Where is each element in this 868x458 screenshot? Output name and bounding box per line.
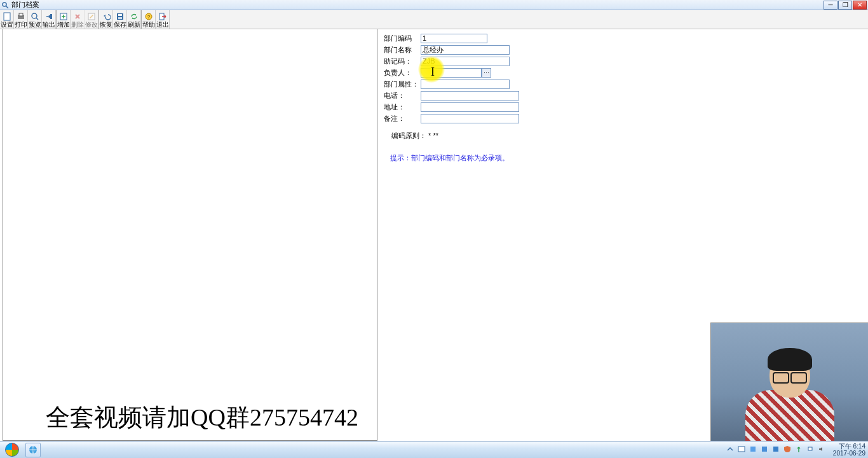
toolbar-undo-button[interactable]: 恢复: [99, 10, 113, 29]
webcam-overlay: [710, 323, 868, 441]
toolbar-label: 增加: [57, 21, 70, 28]
svg-rect-4: [19, 13, 23, 16]
close-button[interactable]: ✕: [853, 1, 867, 10]
watermark-text: 全套视频请加QQ群275754742: [46, 401, 358, 434]
toolbar-save-button[interactable]: 保存: [113, 10, 127, 29]
page-icon: [2, 12, 12, 21]
attribute-label: 部门属性：: [384, 80, 421, 89]
svg-rect-21: [808, 447, 812, 450]
title-bar: 部门档案 ─ ❐ ✕: [0, 0, 868, 10]
toolbar-label: 设置: [1, 21, 13, 28]
toolbar-label: 恢复: [100, 21, 112, 28]
hint-text: 提示：部门编码和部门名称为必录项。: [384, 153, 862, 163]
address-label: 地址：: [384, 102, 421, 112]
toolbar-zoom-button[interactable]: 预览: [28, 10, 42, 29]
toolbar-help-button[interactable]: ?帮助: [142, 10, 156, 29]
manager-input[interactable]: [421, 68, 482, 78]
mnemonic-label: 助记码：: [384, 57, 421, 66]
svg-point-5: [32, 13, 37, 18]
tray-app2-icon[interactable]: [761, 445, 770, 454]
toolbar-edit-button: 修改: [85, 10, 98, 29]
toolbar: 设置打印预览输出增加删除修改恢复保存刷新?帮助退出: [0, 10, 868, 29]
start-button[interactable]: [0, 441, 24, 459]
minimize-button[interactable]: ─: [824, 1, 837, 10]
svg-rect-20: [773, 447, 778, 452]
system-tray: 下午 6:14 2017-06-29: [726, 443, 868, 457]
toolbar-page-button[interactable]: 设置: [0, 10, 14, 29]
task-item-browser[interactable]: [25, 443, 41, 457]
toolbar-label: 退出: [156, 21, 169, 28]
mnemonic-input[interactable]: [421, 57, 510, 66]
svg-rect-12: [118, 17, 122, 19]
phone-label: 电话：: [384, 91, 421, 101]
toolbar-exit-button[interactable]: 退出: [156, 10, 170, 29]
remark-input[interactable]: [421, 114, 519, 123]
toolbar-label: 帮助: [142, 21, 155, 28]
tray-app1-icon[interactable]: [749, 445, 758, 454]
toolbar-label: 保存: [114, 21, 126, 28]
export-icon: [44, 12, 54, 21]
app-icon: [1, 1, 9, 9]
taskbar-clock[interactable]: 下午 6:14 2017-06-29: [833, 443, 865, 457]
tray-flag-icon[interactable]: [738, 445, 747, 454]
window-title: 部门档案: [11, 0, 39, 10]
address-input[interactable]: [421, 102, 519, 112]
save-icon: [115, 12, 125, 21]
toolbar-delete-button: 删除: [71, 10, 85, 29]
svg-rect-17: [738, 447, 745, 452]
add-icon: [58, 12, 69, 21]
toolbar-printer-button[interactable]: 打印: [14, 10, 28, 29]
toolbar-refresh-button[interactable]: 刷新: [127, 10, 141, 29]
edit-icon: [86, 12, 97, 21]
dept-code-input[interactable]: [421, 34, 487, 43]
dept-code-label: 部门编码: [384, 34, 421, 43]
tray-shield-icon[interactable]: [783, 445, 792, 454]
taskbar-date: 2017-06-29: [833, 450, 865, 457]
svg-rect-19: [762, 447, 767, 452]
tray-network-icon[interactable]: [806, 445, 815, 454]
help-icon: ?: [144, 12, 154, 21]
tray-up-icon[interactable]: [726, 445, 735, 454]
toolbar-label: 输出: [43, 21, 55, 28]
toolbar-label: 预览: [29, 21, 41, 28]
delete-icon: [72, 12, 83, 21]
svg-line-6: [36, 18, 38, 20]
manager-label: 负责人：: [384, 68, 421, 78]
attribute-input[interactable]: [421, 80, 510, 89]
phone-input[interactable]: [421, 91, 519, 101]
dept-name-input[interactable]: [421, 45, 510, 55]
exit-icon: [158, 12, 168, 21]
tree-pane[interactable]: [3, 29, 377, 441]
printer-icon: [16, 12, 26, 21]
toolbar-label: 删除: [71, 21, 84, 28]
toolbar-label: 打印: [15, 21, 27, 28]
undo-icon: [101, 12, 111, 21]
tray-usb-icon[interactable]: [795, 445, 804, 454]
manager-lookup-button[interactable]: ⋯: [482, 68, 491, 78]
svg-point-0: [3, 3, 6, 6]
toolbar-label: 刷新: [128, 21, 140, 28]
tray-volume-icon[interactable]: [818, 445, 827, 454]
svg-rect-2: [4, 13, 10, 20]
toolbar-label: 修改: [85, 21, 98, 28]
toolbar-export-button[interactable]: 输出: [42, 10, 56, 29]
taskbar-time: 下午 6:14: [833, 443, 865, 450]
refresh-icon: [129, 12, 139, 21]
remark-label: 备注：: [384, 114, 421, 123]
svg-rect-7: [50, 14, 52, 19]
encoding-rule: 编码原则： * **: [384, 131, 862, 141]
toolbar-add-button[interactable]: 增加: [57, 10, 71, 29]
svg-text:?: ?: [147, 14, 150, 20]
svg-rect-18: [750, 447, 756, 452]
tray-app3-icon[interactable]: [772, 445, 781, 454]
svg-line-1: [6, 6, 9, 8]
taskbar: 下午 6:14 2017-06-29: [0, 441, 868, 458]
zoom-icon: [30, 12, 40, 21]
svg-rect-11: [118, 14, 122, 16]
maximize-button[interactable]: ❐: [838, 1, 852, 10]
dept-name-label: 部门名称: [384, 45, 421, 55]
